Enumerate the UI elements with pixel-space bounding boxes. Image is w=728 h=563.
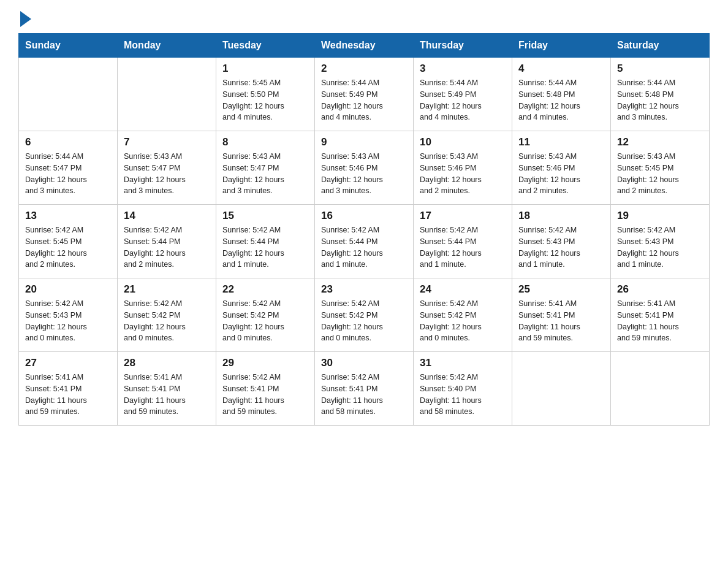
weekday-header-monday: Monday bbox=[118, 34, 216, 58]
day-info: Sunrise: 5:44 AMSunset: 5:47 PMDaylight:… bbox=[25, 151, 111, 197]
calendar-cell: 14Sunrise: 5:42 AMSunset: 5:44 PMDayligh… bbox=[118, 205, 216, 278]
calendar-cell: 3Sunrise: 5:44 AMSunset: 5:49 PMDaylight… bbox=[414, 58, 512, 131]
calendar-cell: 23Sunrise: 5:42 AMSunset: 5:42 PMDayligh… bbox=[315, 278, 414, 352]
calendar-cell: 13Sunrise: 5:42 AMSunset: 5:45 PMDayligh… bbox=[19, 205, 118, 278]
day-number: 20 bbox=[25, 283, 111, 296]
calendar-cell: 27Sunrise: 5:41 AMSunset: 5:41 PMDayligh… bbox=[19, 352, 118, 426]
weekday-header-wednesday: Wednesday bbox=[315, 34, 414, 58]
calendar-cell: 30Sunrise: 5:42 AMSunset: 5:41 PMDayligh… bbox=[315, 352, 414, 426]
day-number: 1 bbox=[222, 63, 308, 75]
calendar-cell: 16Sunrise: 5:42 AMSunset: 5:44 PMDayligh… bbox=[315, 205, 414, 278]
calendar-cell: 12Sunrise: 5:43 AMSunset: 5:45 PMDayligh… bbox=[611, 131, 710, 205]
day-number: 2 bbox=[321, 63, 407, 75]
calendar-week-row-1: 1Sunrise: 5:45 AMSunset: 5:50 PMDaylight… bbox=[19, 58, 710, 131]
day-info: Sunrise: 5:42 AMSunset: 5:40 PMDaylight:… bbox=[420, 372, 506, 418]
day-info: Sunrise: 5:44 AMSunset: 5:49 PMDaylight:… bbox=[420, 77, 506, 123]
calendar-cell: 24Sunrise: 5:42 AMSunset: 5:42 PMDayligh… bbox=[414, 278, 512, 352]
day-number: 5 bbox=[617, 63, 703, 75]
day-number: 23 bbox=[321, 283, 407, 296]
page-header bbox=[18, 12, 710, 27]
day-info: Sunrise: 5:44 AMSunset: 5:48 PMDaylight:… bbox=[617, 77, 703, 123]
day-number: 13 bbox=[25, 210, 111, 222]
weekday-header-row: SundayMondayTuesdayWednesdayThursdayFrid… bbox=[19, 34, 710, 58]
weekday-header-saturday: Saturday bbox=[611, 34, 710, 58]
day-number: 17 bbox=[420, 210, 506, 222]
day-info: Sunrise: 5:43 AMSunset: 5:46 PMDaylight:… bbox=[518, 151, 604, 197]
calendar-cell: 9Sunrise: 5:43 AMSunset: 5:46 PMDaylight… bbox=[315, 131, 414, 205]
calendar-week-row-3: 13Sunrise: 5:42 AMSunset: 5:45 PMDayligh… bbox=[19, 205, 710, 278]
calendar-cell: 10Sunrise: 5:43 AMSunset: 5:46 PMDayligh… bbox=[414, 131, 512, 205]
day-number: 14 bbox=[124, 210, 210, 222]
calendar-week-row-2: 6Sunrise: 5:44 AMSunset: 5:47 PMDaylight… bbox=[19, 131, 710, 205]
calendar-cell: 31Sunrise: 5:42 AMSunset: 5:40 PMDayligh… bbox=[414, 352, 512, 426]
calendar-cell: 17Sunrise: 5:42 AMSunset: 5:44 PMDayligh… bbox=[414, 205, 512, 278]
day-number: 12 bbox=[617, 136, 703, 148]
calendar-cell: 6Sunrise: 5:44 AMSunset: 5:47 PMDaylight… bbox=[19, 131, 118, 205]
calendar-cell: 4Sunrise: 5:44 AMSunset: 5:48 PMDaylight… bbox=[512, 58, 611, 131]
day-info: Sunrise: 5:43 AMSunset: 5:47 PMDaylight:… bbox=[124, 151, 210, 197]
day-number: 6 bbox=[25, 136, 111, 148]
day-number: 11 bbox=[518, 136, 604, 148]
day-info: Sunrise: 5:42 AMSunset: 5:44 PMDaylight:… bbox=[124, 224, 210, 270]
calendar-cell: 21Sunrise: 5:42 AMSunset: 5:42 PMDayligh… bbox=[118, 278, 216, 352]
day-info: Sunrise: 5:41 AMSunset: 5:41 PMDaylight:… bbox=[124, 372, 210, 418]
day-info: Sunrise: 5:42 AMSunset: 5:43 PMDaylight:… bbox=[617, 224, 703, 270]
calendar-cell bbox=[19, 58, 118, 131]
calendar-cell: 2Sunrise: 5:44 AMSunset: 5:49 PMDaylight… bbox=[315, 58, 414, 131]
day-number: 19 bbox=[617, 210, 703, 222]
calendar-cell: 7Sunrise: 5:43 AMSunset: 5:47 PMDaylight… bbox=[118, 131, 216, 205]
day-info: Sunrise: 5:42 AMSunset: 5:41 PMDaylight:… bbox=[321, 372, 407, 418]
weekday-header-sunday: Sunday bbox=[19, 34, 118, 58]
day-number: 8 bbox=[222, 136, 308, 148]
calendar-week-row-4: 20Sunrise: 5:42 AMSunset: 5:43 PMDayligh… bbox=[19, 278, 710, 352]
day-info: Sunrise: 5:42 AMSunset: 5:45 PMDaylight:… bbox=[25, 224, 111, 270]
weekday-header-friday: Friday bbox=[512, 34, 611, 58]
calendar-week-row-5: 27Sunrise: 5:41 AMSunset: 5:41 PMDayligh… bbox=[19, 352, 710, 426]
day-number: 29 bbox=[222, 357, 308, 369]
day-info: Sunrise: 5:42 AMSunset: 5:44 PMDaylight:… bbox=[321, 224, 407, 270]
calendar-cell: 15Sunrise: 5:42 AMSunset: 5:44 PMDayligh… bbox=[216, 205, 315, 278]
calendar-cell: 11Sunrise: 5:43 AMSunset: 5:46 PMDayligh… bbox=[512, 131, 611, 205]
calendar-cell: 26Sunrise: 5:41 AMSunset: 5:41 PMDayligh… bbox=[611, 278, 710, 352]
day-info: Sunrise: 5:43 AMSunset: 5:47 PMDaylight:… bbox=[222, 151, 308, 197]
day-info: Sunrise: 5:42 AMSunset: 5:44 PMDaylight:… bbox=[222, 224, 308, 270]
day-info: Sunrise: 5:42 AMSunset: 5:42 PMDaylight:… bbox=[420, 298, 506, 344]
calendar-cell: 5Sunrise: 5:44 AMSunset: 5:48 PMDaylight… bbox=[611, 58, 710, 131]
logo bbox=[18, 12, 31, 27]
day-number: 24 bbox=[420, 283, 506, 296]
day-info: Sunrise: 5:42 AMSunset: 5:44 PMDaylight:… bbox=[420, 224, 506, 270]
calendar-cell: 18Sunrise: 5:42 AMSunset: 5:43 PMDayligh… bbox=[512, 205, 611, 278]
day-number: 3 bbox=[420, 63, 506, 75]
day-number: 30 bbox=[321, 357, 407, 369]
day-info: Sunrise: 5:43 AMSunset: 5:45 PMDaylight:… bbox=[617, 151, 703, 197]
day-info: Sunrise: 5:43 AMSunset: 5:46 PMDaylight:… bbox=[420, 151, 506, 197]
day-info: Sunrise: 5:43 AMSunset: 5:46 PMDaylight:… bbox=[321, 151, 407, 197]
day-info: Sunrise: 5:41 AMSunset: 5:41 PMDaylight:… bbox=[617, 298, 703, 344]
calendar-cell: 19Sunrise: 5:42 AMSunset: 5:43 PMDayligh… bbox=[611, 205, 710, 278]
day-number: 18 bbox=[518, 210, 604, 222]
day-number: 21 bbox=[124, 283, 210, 296]
day-info: Sunrise: 5:42 AMSunset: 5:42 PMDaylight:… bbox=[124, 298, 210, 344]
day-number: 16 bbox=[321, 210, 407, 222]
day-info: Sunrise: 5:42 AMSunset: 5:42 PMDaylight:… bbox=[321, 298, 407, 344]
calendar-cell: 1Sunrise: 5:45 AMSunset: 5:50 PMDaylight… bbox=[216, 58, 315, 131]
day-info: Sunrise: 5:42 AMSunset: 5:43 PMDaylight:… bbox=[25, 298, 111, 344]
day-number: 7 bbox=[124, 136, 210, 148]
day-number: 28 bbox=[124, 357, 210, 369]
day-info: Sunrise: 5:41 AMSunset: 5:41 PMDaylight:… bbox=[25, 372, 111, 418]
day-number: 31 bbox=[420, 357, 506, 369]
day-info: Sunrise: 5:45 AMSunset: 5:50 PMDaylight:… bbox=[222, 77, 308, 123]
calendar-cell: 20Sunrise: 5:42 AMSunset: 5:43 PMDayligh… bbox=[19, 278, 118, 352]
logo-arrow-icon bbox=[20, 11, 31, 27]
day-number: 27 bbox=[25, 357, 111, 369]
day-number: 26 bbox=[617, 283, 703, 296]
day-number: 10 bbox=[420, 136, 506, 148]
calendar-table: SundayMondayTuesdayWednesdayThursdayFrid… bbox=[18, 33, 710, 426]
day-info: Sunrise: 5:44 AMSunset: 5:48 PMDaylight:… bbox=[518, 77, 604, 123]
day-info: Sunrise: 5:42 AMSunset: 5:41 PMDaylight:… bbox=[222, 372, 308, 418]
day-number: 15 bbox=[222, 210, 308, 222]
weekday-header-tuesday: Tuesday bbox=[216, 34, 315, 58]
day-info: Sunrise: 5:41 AMSunset: 5:41 PMDaylight:… bbox=[518, 298, 604, 344]
calendar-cell: 25Sunrise: 5:41 AMSunset: 5:41 PMDayligh… bbox=[512, 278, 611, 352]
day-number: 22 bbox=[222, 283, 308, 296]
